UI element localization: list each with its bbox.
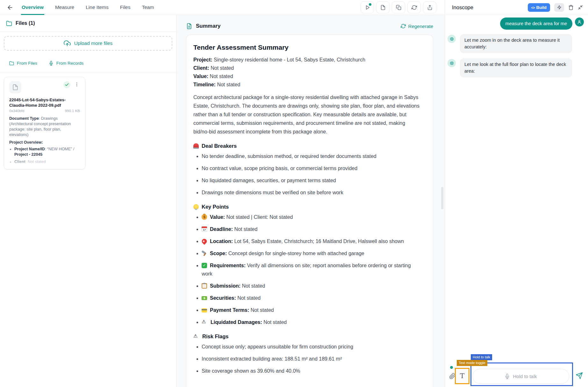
- duplicate-button[interactable]: [392, 1, 405, 13]
- meta-timeline: Timeline: Not stated: [193, 81, 421, 89]
- connection-status-dot: [450, 366, 453, 369]
- folder-icon: [9, 61, 14, 66]
- key-point-item: Submission: Not stated: [202, 282, 421, 290]
- hold-to-talk-button[interactable]: Hold to talk: [472, 369, 569, 384]
- hold-to-talk-placeholder: Hold to talk: [513, 374, 537, 379]
- run-button[interactable]: [361, 1, 374, 13]
- build-label: Build: [536, 5, 547, 10]
- lightning-icon: [557, 5, 562, 10]
- chat-messages: measure the deck area for me Let me zoom…: [445, 15, 588, 387]
- assistant-avatar: [448, 35, 456, 43]
- tab-line-items[interactable]: Line Items: [85, 0, 109, 15]
- file-name: 22045-Lot-54-Sabys-Estates-Claudia-Home …: [9, 97, 80, 108]
- files-panel-header: Files (1): [0, 15, 176, 32]
- microphone-icon: [49, 61, 54, 66]
- send-button[interactable]: [576, 372, 583, 379]
- light-bulb-icon: [193, 204, 199, 210]
- refresh-icon: [412, 5, 417, 10]
- file-size: 990.1 KB: [65, 109, 80, 113]
- trash-icon: [568, 5, 574, 10]
- key-points-heading: Key Points: [193, 204, 421, 210]
- file-meta-row: 0x340bfd 990.1 KB: [9, 109, 80, 113]
- file-card-top-row: [9, 81, 80, 93]
- rotating-light-icon: [193, 143, 199, 149]
- content-row: Files (1) Upload more files From Files: [0, 15, 445, 387]
- person-icon: [577, 19, 582, 25]
- summary-intro: Concept architectural package for a sing…: [193, 93, 421, 136]
- clipboard-icon: [202, 283, 207, 289]
- warning-icon: [202, 319, 208, 325]
- build-button[interactable]: Build: [528, 3, 550, 12]
- hammer-icon: [202, 251, 207, 256]
- tab-measure[interactable]: Measure: [54, 0, 75, 15]
- risk-flags-list: Concept issue only; appears unsuitable f…: [196, 343, 421, 375]
- collapse-panel-button[interactable]: [578, 5, 583, 10]
- deal-breakers-list: No tender deadline, submission method, o…: [196, 152, 421, 197]
- user-message-bubble: measure the deck area for me: [500, 18, 572, 30]
- chat-panel: Inoscope Build measure the deck ar: [445, 0, 588, 387]
- file-detail-item: Project Name/ID: “NEW HOME” / Project - …: [14, 147, 80, 157]
- text-mode-toggle-button[interactable]: T: [455, 368, 470, 384]
- chip-icon: [449, 37, 454, 41]
- deal-breaker-item: No tender deadline, submission method, o…: [202, 152, 421, 161]
- risk-flags-heading: Risk Flags: [193, 333, 421, 340]
- assistant-avatar: [448, 59, 456, 67]
- zap-button[interactable]: [554, 3, 564, 12]
- tab-overview[interactable]: Overview: [21, 0, 44, 15]
- collapse-icon: [578, 5, 583, 10]
- back-button[interactable]: [6, 3, 14, 11]
- chip-icon: [449, 61, 454, 66]
- summary-header: Summary Regenerate: [186, 23, 433, 29]
- attach-file-button[interactable]: [449, 373, 455, 379]
- file-detail-item: Client: Not stated: [14, 159, 80, 165]
- paperclip-icon: [449, 373, 455, 379]
- scrollbar-thumb[interactable]: [441, 187, 443, 209]
- files-panel: Files (1) Upload more files From Files: [0, 15, 176, 387]
- check-mark-icon: [202, 263, 207, 268]
- upload-more-files-button[interactable]: Upload more files: [4, 36, 172, 51]
- key-point-item: Securities: Not stated: [202, 294, 421, 302]
- credit-card-icon: [202, 308, 207, 312]
- document-icon: [9, 81, 21, 93]
- delete-chat-button[interactable]: [568, 5, 574, 10]
- upload-more-files-label: Upload more files: [74, 40, 113, 46]
- assistant-message-bubble: Let me zoom in on the deck area to measu…: [460, 34, 572, 53]
- assistant-message-row: Let me zoom in on the deck area to measu…: [448, 34, 584, 53]
- warning-icon: [193, 334, 199, 339]
- sync-button[interactable]: [407, 1, 421, 13]
- tab-files[interactable]: Files: [119, 0, 131, 15]
- document-text-icon: [186, 23, 192, 29]
- run-status-dot: [369, 3, 371, 6]
- send-icon: [576, 372, 583, 379]
- key-point-item: Payment Terms: Not stated: [202, 306, 421, 314]
- from-files-label: From Files: [17, 61, 37, 66]
- microphone-icon: [505, 374, 510, 379]
- key-point-item: Location: Lot 54, Sabys Estate, Christch…: [202, 237, 421, 246]
- summary-card: Tender Assessment Summary Project: Singl…: [186, 35, 433, 387]
- file-card[interactable]: 22045-Lot-54-Sabys-Estates-Claudia-Home …: [4, 77, 85, 169]
- from-records-button[interactable]: From Records: [49, 61, 84, 66]
- tab-team[interactable]: Team: [141, 0, 155, 15]
- deal-breakers-heading: Deal Breakers: [193, 143, 421, 149]
- summary-panel: Summary Regenerate Tender Assessment Sum…: [176, 15, 445, 387]
- key-point-item: Deadline: Not stated: [202, 225, 421, 233]
- new-document-button[interactable]: [376, 1, 390, 13]
- export-button[interactable]: [423, 1, 436, 13]
- risk-flag-item: Site coverage shown as 39.60% and 40.0%: [202, 367, 421, 375]
- chat-panel-title: Inoscope: [452, 4, 473, 11]
- folder-icon: [6, 20, 12, 26]
- regenerate-label: Regenerate: [408, 24, 433, 29]
- key-point-item: Scope: Concept design for single-storey …: [202, 249, 421, 258]
- code-icon: [531, 5, 534, 10]
- file-menu-button[interactable]: [74, 81, 80, 88]
- round-pushpin-icon: [201, 238, 208, 245]
- calendar-icon: [202, 226, 207, 232]
- main-column: Overview Measure Line Items Files Team: [0, 0, 445, 387]
- regenerate-button[interactable]: Regenerate: [401, 24, 433, 29]
- from-files-button[interactable]: From Files: [9, 61, 37, 66]
- dollar-banknote-icon: [202, 296, 207, 300]
- chat-header-actions: Build: [528, 3, 583, 12]
- deal-breaker-item: No contract value, scope pricing basis, …: [202, 164, 421, 173]
- risk-flag-item: Inconsistent extracted building area: 18…: [202, 355, 421, 363]
- file-source-row: From Files From Records: [0, 51, 176, 72]
